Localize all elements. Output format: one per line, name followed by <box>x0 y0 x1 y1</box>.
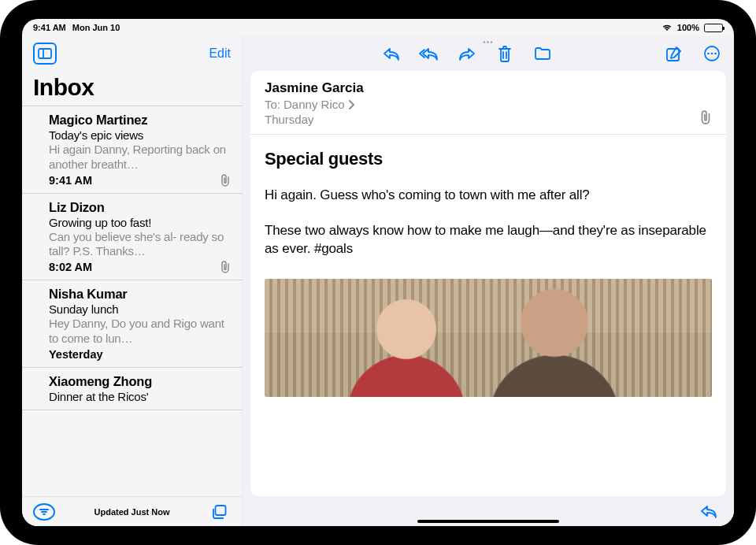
home-indicator[interactable] <box>417 520 559 523</box>
svg-point-8 <box>707 53 710 55</box>
message-subject: Growing up too fast! <box>49 216 231 229</box>
message-sender: Xiaomeng Zhong <box>49 374 231 389</box>
battery-icon <box>704 24 723 32</box>
reply-button[interactable] <box>380 43 402 65</box>
svg-point-9 <box>711 53 713 55</box>
message-subject: Today's epic views <box>49 128 231 142</box>
paperclip-icon <box>220 174 231 187</box>
compose-button[interactable] <box>663 43 685 65</box>
status-bar: 9:41 AM Mon Jun 10 100% <box>22 19 734 36</box>
message-sender: Liz Dizon <box>49 200 231 215</box>
inbox-title: Inbox <box>22 71 242 106</box>
mail-attachment-image[interactable] <box>265 279 712 397</box>
svg-rect-0 <box>39 49 51 58</box>
message-item[interactable]: Liz Dizon Growing up too fast! Can you b… <box>22 194 242 281</box>
mail-to-row[interactable]: To: Danny Rico <box>265 98 712 111</box>
status-time: 9:41 AM <box>33 23 66 32</box>
mail-body[interactable]: Special guests Hi again. Guess who's com… <box>250 135 726 496</box>
mail-to-name: Danny Rico <box>284 98 345 111</box>
edit-button[interactable]: Edit <box>209 46 231 61</box>
paperclip-icon <box>699 110 712 124</box>
message-sender: Magico Martinez <box>49 113 231 128</box>
sync-status: Updated Just Now <box>55 507 209 517</box>
window-grabber-icon[interactable]: ••• <box>483 38 494 46</box>
move-button[interactable] <box>532 43 554 65</box>
message-time: 9:41 AM <box>49 174 92 187</box>
message-time: Yesterday <box>49 348 103 361</box>
message-subject: Dinner at the Ricos' <box>49 390 231 403</box>
mail-subject: Special guests <box>265 149 712 169</box>
trash-button[interactable] <box>494 43 516 65</box>
chevron-right-icon <box>348 100 354 109</box>
reply-button[interactable] <box>698 500 720 522</box>
filter-button[interactable] <box>33 503 55 521</box>
message-preview: Hey Danny, Do you and Rigo want to come … <box>49 317 231 347</box>
message-preview: Hi again Danny, Reporting back on anothe… <box>49 143 231 172</box>
mail-paragraph: Hi again. Guess who's coming to town wit… <box>265 187 712 205</box>
message-sender: Nisha Kumar <box>49 287 231 302</box>
mail-date: Thursday <box>265 113 712 126</box>
message-item[interactable]: Nisha Kumar Sunday lunch Hey Danny, Do y… <box>22 280 242 368</box>
svg-rect-5 <box>216 506 226 515</box>
message-item[interactable]: Magico Martinez Today's epic views Hi ag… <box>22 106 242 194</box>
mail-reader: ••• <box>243 36 734 526</box>
message-item[interactable]: Xiaomeng Zhong Dinner at the Ricos' <box>22 368 242 410</box>
mailboxes-button[interactable] <box>209 501 231 523</box>
message-subject: Sunday lunch <box>49 302 231 316</box>
mail-paragraph: These two always know how to make me lau… <box>265 222 712 258</box>
paperclip-icon <box>220 261 231 273</box>
more-button[interactable] <box>701 43 723 65</box>
reply-all-button[interactable] <box>418 43 440 65</box>
status-date: Mon Jun 10 <box>72 23 120 32</box>
svg-point-10 <box>714 53 717 55</box>
battery-percent: 100% <box>677 23 699 32</box>
wifi-icon <box>662 24 673 32</box>
message-list[interactable]: Magico Martinez Today's epic views Hi ag… <box>22 106 242 496</box>
forward-button[interactable] <box>456 43 478 65</box>
mail-from[interactable]: Jasmine Garcia <box>265 80 712 96</box>
message-time: 8:02 AM <box>49 261 92 273</box>
message-preview: Can you believe she's al- ready so tall?… <box>49 230 231 260</box>
mail-card: Jasmine Garcia To: Danny Rico Thursday <box>250 71 726 496</box>
mail-to-label: To: <box>265 98 280 111</box>
sidebar: Edit Inbox Magico Martinez Today's epic … <box>22 36 243 526</box>
sidebar-toggle-button[interactable] <box>33 43 57 65</box>
